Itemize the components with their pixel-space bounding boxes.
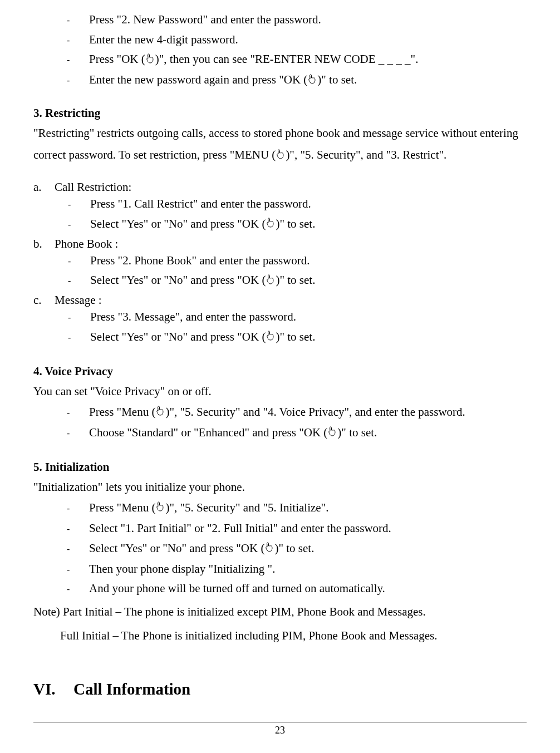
chapter-title: Call Information (73, 680, 190, 698)
list-item: -Then your phone display "Initializing "… (33, 559, 527, 579)
dash-marker: - (67, 565, 89, 575)
list-item-text: Select "1. Part Initial" or "2. Full Ini… (89, 519, 527, 539)
list-item: -Press "1. Call Restrict" and enter the … (33, 194, 527, 214)
svg-point-19 (268, 545, 268, 545)
list-item: -Press "2. New Password" and enter the p… (33, 10, 527, 30)
svg-point-4 (279, 151, 279, 152)
svg-point-15 (331, 430, 331, 430)
svg-point-7 (269, 220, 269, 221)
list-item-text: Choose "Standard" or "Enhanced" and pres… (89, 423, 527, 444)
list-item: -Select "1. Part Initial" or "2. Full In… (33, 519, 527, 539)
lettered-item-label: Call Restriction: (55, 180, 131, 194)
dash-marker: - (67, 76, 89, 86)
pointer-icon (266, 215, 276, 235)
intro-dash-list: -Press "2. New Password" and enter the p… (33, 10, 527, 91)
list-item-text: Then your phone display "Initializing ". (89, 559, 527, 579)
list-item-text: Press "1. Call Restrict" and enter the p… (90, 194, 527, 214)
list-item: -Enter the new password again and press … (33, 70, 527, 91)
svg-point-13 (159, 409, 159, 410)
chapter-heading: VI. Call Information (33, 680, 527, 698)
list-item-text: Press "OK ()", then you can see "RE-ENTE… (89, 50, 527, 70)
lettered-item: c.Message : (33, 293, 527, 307)
list-item: -Press "2. Phone Book" and enter the pas… (33, 251, 527, 271)
svg-point-10 (269, 333, 269, 333)
footer-rule (33, 722, 527, 722)
list-item: -Press "Menu ()", "5. Security" and "4. … (33, 402, 527, 423)
svg-point-11 (269, 334, 269, 334)
section-5-note1: Note) Part Initial – The phone is initia… (33, 601, 527, 623)
page-footer: 23 (33, 722, 527, 736)
section-3-items: a.Call Restriction:-Press "1. Call Restr… (33, 180, 527, 348)
svg-point-12 (159, 408, 159, 409)
section-3-body: "Restricting" restricts outgoing calls, … (33, 122, 527, 166)
pointer-icon (155, 403, 165, 423)
list-item: -Select "Yes" or "No" and press "OK ()" … (33, 539, 527, 559)
dash-marker: - (68, 313, 90, 323)
svg-point-2 (311, 76, 311, 76)
pointer-icon (266, 272, 276, 292)
pointer-icon (276, 145, 286, 167)
pointer-icon (307, 71, 317, 91)
pointer-icon (155, 499, 165, 519)
dash-marker: - (68, 276, 90, 286)
lettered-item-label: Message : (55, 293, 102, 307)
svg-point-14 (331, 429, 331, 429)
pointer-icon (327, 424, 337, 444)
pointer-icon (266, 328, 276, 348)
svg-point-3 (311, 77, 311, 77)
lettered-item: a.Call Restriction: (33, 180, 527, 194)
svg-point-16 (159, 504, 159, 504)
section-4-subs: -Press "Menu ()", "5. Security" and "4. … (33, 402, 527, 444)
lettered-item-label: Phone Book : (55, 237, 118, 251)
section-5-heading: 5. Initialization (33, 460, 527, 474)
svg-point-18 (268, 544, 268, 544)
list-item: -Press "OK ()", then you can see "RE-ENT… (33, 50, 527, 70)
dash-marker: - (67, 524, 89, 534)
letter-marker: c. (33, 293, 55, 307)
list-item-text: Select "Yes" or "No" and press "OK ()" t… (89, 539, 527, 559)
svg-point-0 (148, 55, 149, 56)
dash-marker: - (67, 544, 89, 554)
list-item-text: Press "Menu ()", "5. Security" and "4. V… (89, 402, 527, 423)
list-item: -Select "Yes" or "No" and press "OK ()" … (33, 327, 527, 348)
svg-point-17 (159, 505, 159, 505)
svg-point-1 (148, 56, 149, 57)
list-item-text: Press "2. New Password" and enter the pa… (89, 10, 527, 30)
lettered-item: b.Phone Book : (33, 237, 527, 251)
dash-marker: - (67, 408, 89, 418)
list-item-text: Press "2. Phone Book" and enter the pass… (90, 251, 527, 271)
dash-marker: - (68, 257, 90, 267)
dash-marker: - (68, 333, 90, 343)
section-5-subs: -Press "Menu ()", "5. Security" and "5. … (33, 498, 527, 599)
svg-point-8 (269, 276, 269, 277)
chapter-number: VI. (33, 680, 73, 698)
list-item: -Press "3. Message", and enter the passw… (33, 307, 527, 327)
list-item-text: Select "Yes" or "No" and press "OK ()" t… (90, 214, 527, 235)
dash-marker: - (68, 200, 90, 210)
page-number: 23 (33, 725, 527, 736)
list-item: -Select "Yes" or "No" and press "OK ()" … (33, 214, 527, 235)
pointer-icon (264, 539, 274, 559)
section-4-heading: 4. Voice Privacy (33, 365, 527, 378)
svg-point-6 (269, 219, 269, 220)
list-item-text: Select "Yes" or "No" and press "OK ()" t… (90, 327, 527, 348)
list-item-text: Enter the new 4-digit password. (89, 30, 527, 50)
dash-marker: - (67, 16, 89, 26)
list-item: -Choose "Standard" or "Enhanced" and pre… (33, 423, 527, 444)
list-item: -Enter the new 4-digit password. (33, 30, 527, 50)
list-item: -Select "Yes" or "No" and press "OK ()" … (33, 270, 527, 291)
section-4-body: You can set "Voice Privacy" on or off. (33, 381, 527, 402)
dash-marker: - (67, 55, 89, 65)
list-item-text: Enter the new password again and press "… (89, 70, 527, 91)
letter-marker: a. (33, 180, 55, 194)
list-item: -Press "Menu ()", "5. Security" and "5. … (33, 498, 527, 519)
svg-point-5 (279, 152, 279, 153)
list-item-text: Select "Yes" or "No" and press "OK ()" t… (90, 270, 527, 291)
letter-marker: b. (33, 237, 55, 251)
list-item-text: Press "3. Message", and enter the passwo… (90, 307, 527, 327)
list-item-text: Press "Menu ()", "5. Security" and "5. I… (89, 498, 527, 519)
svg-point-9 (269, 277, 269, 278)
pointer-icon (145, 51, 155, 71)
dash-marker: - (67, 584, 89, 594)
dash-marker: - (67, 36, 89, 46)
